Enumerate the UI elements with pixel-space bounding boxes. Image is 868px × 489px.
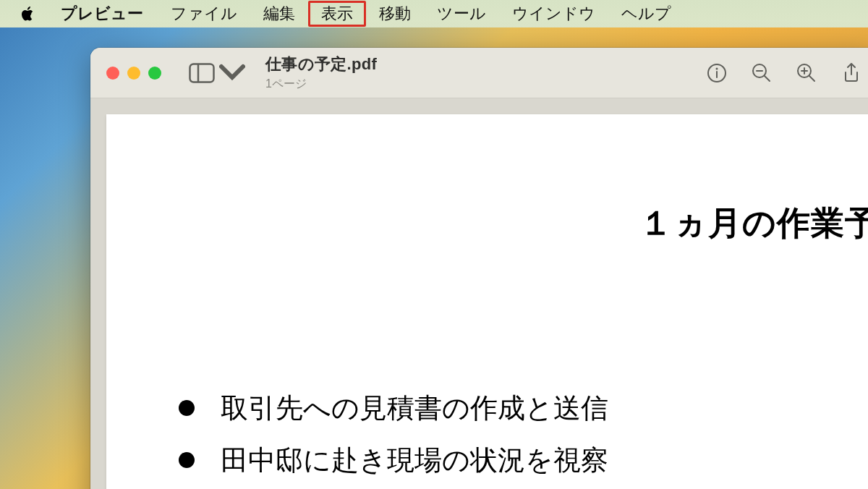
share-icon	[841, 62, 862, 84]
info-icon	[706, 62, 728, 84]
zoom-in-button[interactable]	[795, 61, 818, 85]
svg-rect-0	[190, 64, 214, 82]
menu-window[interactable]: ウインドウ	[499, 1, 608, 27]
zoom-out-icon	[751, 62, 773, 84]
traffic-lights	[106, 67, 161, 80]
document-subtitle: 1ページ	[265, 77, 377, 92]
sidebar-icon	[189, 63, 215, 83]
zoom-in-icon	[796, 62, 817, 84]
info-button[interactable]	[705, 61, 728, 85]
title-group: 仕事の予定.pdf 1ページ	[265, 54, 377, 92]
sidebar-toggle-button[interactable]	[189, 63, 245, 83]
zoom-button[interactable]	[148, 67, 161, 80]
menu-app-name[interactable]: プレビュー	[48, 1, 158, 27]
list-item: 田中邸に赴き現場の状況を視察	[179, 434, 608, 486]
menu-file[interactable]: ファイル	[158, 1, 250, 27]
menu-edit[interactable]: 編集	[250, 1, 308, 27]
page-heading: １ヵ月の作業予	[639, 201, 868, 246]
toolbar-icons	[705, 61, 863, 85]
preview-window: 仕事の予定.pdf 1ページ	[90, 48, 868, 489]
menu-bar: プレビュー ファイル 編集 表示 移動 ツール ウインドウ ヘルプ	[0, 0, 868, 27]
content-area[interactable]: １ヵ月の作業予 取引先への見積書の作成と送信 田中邸に赴き現場の状況を視察	[90, 98, 868, 489]
menu-go[interactable]: 移動	[366, 1, 424, 27]
svg-line-6	[765, 76, 770, 81]
menu-help[interactable]: ヘルプ	[608, 1, 684, 27]
zoom-out-button[interactable]	[750, 61, 773, 85]
bullet-list: 取引先への見積書の作成と送信 田中邸に赴き現場の状況を視察	[179, 382, 608, 486]
chevron-down-icon	[219, 63, 245, 83]
apple-menu-icon[interactable]	[22, 7, 35, 21]
list-item: 取引先への見積書の作成と送信	[179, 382, 608, 434]
menu-view[interactable]: 表示	[308, 1, 366, 27]
bullet-icon	[179, 400, 195, 416]
svg-point-4	[716, 67, 718, 69]
svg-line-9	[809, 76, 814, 81]
list-item-text: 取引先への見積書の作成と送信	[221, 382, 608, 434]
close-button[interactable]	[106, 67, 119, 80]
title-bar: 仕事の予定.pdf 1ページ	[90, 48, 868, 98]
bullet-icon	[179, 452, 195, 468]
share-button[interactable]	[840, 61, 863, 85]
minimize-button[interactable]	[127, 67, 140, 80]
list-item-text: 田中邸に赴き現場の状況を視察	[221, 434, 608, 486]
pdf-page: １ヵ月の作業予 取引先への見積書の作成と送信 田中邸に赴き現場の状況を視察	[106, 114, 868, 489]
document-title: 仕事の予定.pdf	[265, 54, 377, 75]
menu-tools[interactable]: ツール	[424, 1, 499, 27]
